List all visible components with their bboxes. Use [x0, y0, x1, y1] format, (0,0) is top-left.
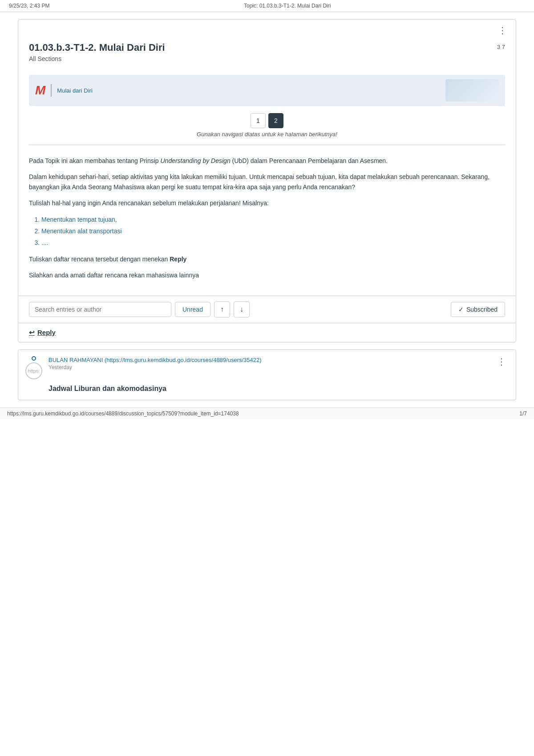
body-para2: Dalam kehidupan sehari-hari, setiap akti…	[29, 172, 505, 192]
avatar-column: https:	[25, 356, 42, 379]
search-input[interactable]	[29, 302, 171, 317]
more-options-button[interactable]: ⋮	[495, 24, 510, 37]
logo-strip: M Mulai dari Diri	[29, 75, 505, 106]
discussion-title-section: 3 7 01.03.b.3-T1-2. Mulai Dari Diri All …	[18, 38, 516, 69]
page-footer: https://lms.guru.kemdikbud.go.id/courses…	[0, 407, 534, 419]
discussion-subtitle: All Sections	[29, 55, 505, 62]
check-icon: ✓	[458, 306, 464, 313]
unread-filter-button[interactable]: Unread	[175, 302, 210, 317]
pagination-row: 1 2	[18, 113, 516, 128]
browser-topbar: 9/25/23, 2:43 PM Topic: 01.03.b.3-T1-2. …	[0, 0, 534, 12]
reply-button[interactable]: ↩ Reply	[29, 329, 56, 337]
page-numbers: 3 7	[497, 44, 505, 50]
main-container: ⋮ 3 7 01.03.b.3-T1-2. Mulai Dari Diri Al…	[9, 19, 525, 400]
page-title-label: Topic: 01.03.b.3-T1-2. Mulai Dari Diri	[244, 3, 331, 9]
reply-section: ↩ Reply	[18, 323, 516, 342]
list-item: ....	[41, 238, 505, 248]
discussion-body: Pada Topik ini akan membahas tentang Pri…	[18, 150, 516, 296]
page-2-button[interactable]: 2	[268, 113, 283, 128]
author-link[interactable]: BULAN RAHMAYANI (https://lms.guru.kemdik…	[49, 357, 262, 363]
body-para1: Pada Topik ini akan membahas tentang Pri…	[29, 156, 505, 166]
discussion-title: 01.03.b.3-T1-2. Mulai Dari Diri	[29, 42, 505, 53]
sort-descending-button[interactable]: ↓	[234, 301, 250, 317]
comment-body: Jadwal Liburan dan akomodasinya	[18, 383, 516, 400]
comment-timestamp: Yesterday	[49, 364, 488, 370]
logo-divider	[51, 84, 52, 97]
reply-label: Reply	[37, 329, 56, 336]
avatar: https:	[25, 362, 42, 379]
logo-m-icon: M	[35, 83, 45, 98]
comment-card: https: BULAN RAHMAYANI (https://lms.guru…	[18, 350, 516, 400]
body-para3: Tulislah hal-hal yang ingin Anda rencana…	[29, 198, 505, 208]
sort-ascending-button[interactable]: ↑	[214, 301, 230, 317]
footer-url: https://lms.guru.kemdikbud.go.id/courses…	[7, 411, 239, 417]
content-divider	[29, 145, 505, 145]
datetime-label: 9/25/23, 2:43 PM	[9, 3, 49, 9]
reply-arrow-icon: ↩	[29, 329, 35, 337]
body-para5: Silahkan anda amati daftar rencana rekan…	[29, 270, 505, 280]
list-item: Menentukan tempat tujuan,	[41, 215, 505, 224]
search-filter-bar: Unread ↑ ↓ ✓ Subscribed	[18, 296, 516, 323]
footer-page-indicator: 1/7	[519, 411, 527, 417]
comment-header: https: BULAN RAHMAYANI (https://lms.guru…	[18, 350, 516, 383]
page-1-button[interactable]: 1	[251, 113, 266, 128]
list-item: Menentukan alat transportasi	[41, 226, 505, 236]
subscribed-button[interactable]: ✓ Subscribed	[451, 302, 505, 317]
nav-hint: Gunakan navigasi diatas untuk ke halaman…	[18, 131, 516, 138]
list-items: Menentukan tempat tujuan, Menentukan ala…	[41, 215, 505, 248]
comment-more-options-button[interactable]: ⋮	[494, 356, 509, 367]
discussion-card: ⋮ 3 7 01.03.b.3-T1-2. Mulai Dari Diri Al…	[18, 19, 516, 342]
comment-meta: BULAN RAHMAYANI (https://lms.guru.kemdik…	[49, 356, 488, 370]
subscribed-label: Subscribed	[466, 306, 498, 313]
comment-title: Jadwal Liburan dan akomodasinya	[49, 385, 509, 393]
body-para4: Tuliskan daftar rencana tersebut dengan …	[29, 254, 505, 264]
logo-image-placeholder	[445, 79, 499, 102]
unread-indicator	[32, 356, 36, 361]
logo-text: Mulai dari Diri	[57, 87, 92, 94]
avatar-text: https:	[28, 368, 40, 374]
card-header-bar: ⋮	[18, 20, 516, 38]
author-name: BULAN RAHMAYANI (https://lms.guru.kemdik…	[49, 357, 262, 363]
